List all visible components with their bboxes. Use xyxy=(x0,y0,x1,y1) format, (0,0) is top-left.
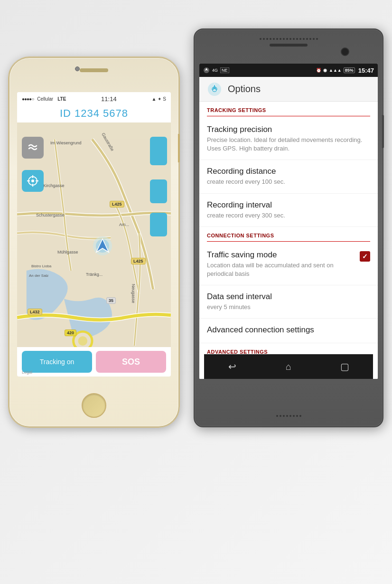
advanced-connection-title: Advanced connection settings xyxy=(207,325,370,335)
android-screen: 4G NE ⏰ ◉ ▲▲▲ 85% 15:47 Options xyxy=(199,64,378,379)
legal-text: Legal xyxy=(22,370,32,375)
android-status-right: ⏰ ◉ ▲▲▲ 85% 15:47 xyxy=(316,67,374,74)
iphone-status-bar: ●●●●○ Cellular LTE 11:14 ▲✦S xyxy=(17,92,171,105)
iphone-device: ●●●●○ Cellular LTE 11:14 ▲✦S ID 1234 567… xyxy=(9,57,179,427)
road-badge-420: 420 xyxy=(65,330,76,336)
iphone-screen: ●●●●○ Cellular LTE 11:14 ▲✦S ID 1234 567… xyxy=(17,92,171,377)
traffic-saving-checkbox[interactable]: ✓ xyxy=(360,251,370,262)
settings-item-recording-distance[interactable]: Recording distance create record every 1… xyxy=(199,160,378,193)
iphone-signal: ●●●●○ Cellular LTE xyxy=(22,96,66,102)
android-status-bar: 4G NE ⏰ ◉ ▲▲▲ 85% 15:47 xyxy=(199,64,378,77)
back-button[interactable]: ↩ xyxy=(223,357,242,376)
tracking-on-button[interactable]: Tracking on xyxy=(22,351,92,373)
zoom-button-3[interactable] xyxy=(150,213,167,236)
traffic-saving-content: Traffic saving mode Location data will b… xyxy=(207,250,360,278)
android-top-speaker xyxy=(251,35,327,43)
recording-interval-subtitle: create record every 300 sec. xyxy=(207,211,370,220)
recording-distance-subtitle: create record every 100 sec. xyxy=(207,178,370,186)
tracking-precision-title: Tracking precision xyxy=(207,125,370,134)
android-camera-icon xyxy=(341,47,349,56)
svg-point-2 xyxy=(78,336,87,346)
section-divider-tracking xyxy=(207,116,370,116)
zoom-button-2[interactable] xyxy=(150,179,167,203)
traffic-saving-title: Traffic saving mode xyxy=(207,250,354,260)
traffic-saving-subtitle: Location data will be accumulated and se… xyxy=(207,261,354,278)
road-badge-l425-2: L425 xyxy=(131,258,146,264)
zoom-button-1[interactable] xyxy=(150,137,167,165)
android-device: 4G NE ⏰ ◉ ▲▲▲ 85% 15:47 Options xyxy=(194,28,383,427)
tracking-precision-subtitle: Precise location. Ideal for detailed mov… xyxy=(207,136,370,153)
scene: ●●●●○ Cellular LTE 11:14 ▲✦S ID 1234 567… xyxy=(0,0,392,584)
android-volume-button xyxy=(382,115,384,148)
section-header-tracking: TRACKING SETTINGS xyxy=(199,102,378,116)
road-badge-35: 35 xyxy=(106,297,116,304)
iphone-time: 11:14 xyxy=(101,95,117,103)
section-header-connection: CONNECTION SETTINGS xyxy=(199,227,378,241)
iphone-home-button[interactable] xyxy=(82,393,106,418)
recording-distance-title: Recording distance xyxy=(207,167,370,176)
recording-interval-title: Recording interval xyxy=(207,200,370,210)
iphone-power-button xyxy=(178,134,180,162)
android-nav-bar: ↩ ⌂ ▢ xyxy=(204,354,373,379)
road-badge-l425-1: L425 xyxy=(110,201,124,207)
target-button[interactable] xyxy=(22,170,44,192)
iphone-status-right: ▲✦S xyxy=(151,96,166,102)
iphone-camera-icon xyxy=(75,66,80,71)
settings-item-data-send[interactable]: Data send interval every 5 minutes xyxy=(199,285,378,319)
section-divider-connection xyxy=(207,241,370,242)
iphone-speaker xyxy=(80,68,108,72)
settings-item-tracking-precision[interactable]: Tracking precision Precise location. Ide… xyxy=(199,118,378,160)
checkmark-icon: ✓ xyxy=(362,253,368,260)
data-send-subtitle: every 5 minutes xyxy=(207,303,370,311)
road-badge-l432: L432 xyxy=(28,309,42,315)
options-title: Options xyxy=(228,84,261,94)
location-marker xyxy=(91,234,114,258)
android-status-left-icons: 4G NE xyxy=(203,67,230,74)
svg-point-8 xyxy=(31,179,34,182)
android-bottom-speaker xyxy=(265,414,312,418)
recent-apps-button[interactable]: ▢ xyxy=(336,357,355,376)
device-id: ID 1234 5678 xyxy=(17,105,171,122)
options-header: Options xyxy=(199,77,378,102)
map-view[interactable]: Im Wiesengrund Gaustraße Kirchgasse Schu… xyxy=(17,122,171,377)
action-buttons-bar: Tracking on SOS xyxy=(17,347,171,377)
settings-item-advanced-connection[interactable]: Advanced connection settings xyxy=(199,319,378,343)
squiggle-button[interactable] xyxy=(22,137,44,159)
settings-item-traffic-saving[interactable]: Traffic saving mode Location data will b… xyxy=(199,244,378,285)
sos-button[interactable]: SOS xyxy=(96,351,166,373)
home-button[interactable]: ⌂ xyxy=(279,357,298,376)
android-ear-speaker xyxy=(270,44,308,47)
app-logo xyxy=(207,82,222,97)
settings-item-recording-interval[interactable]: Recording interval create record every 3… xyxy=(199,194,378,227)
android-time: 15:47 xyxy=(358,67,374,74)
data-send-title: Data send interval xyxy=(207,292,370,301)
settings-content[interactable]: TRACKING SETTINGS Tracking precision Pre… xyxy=(199,102,378,379)
